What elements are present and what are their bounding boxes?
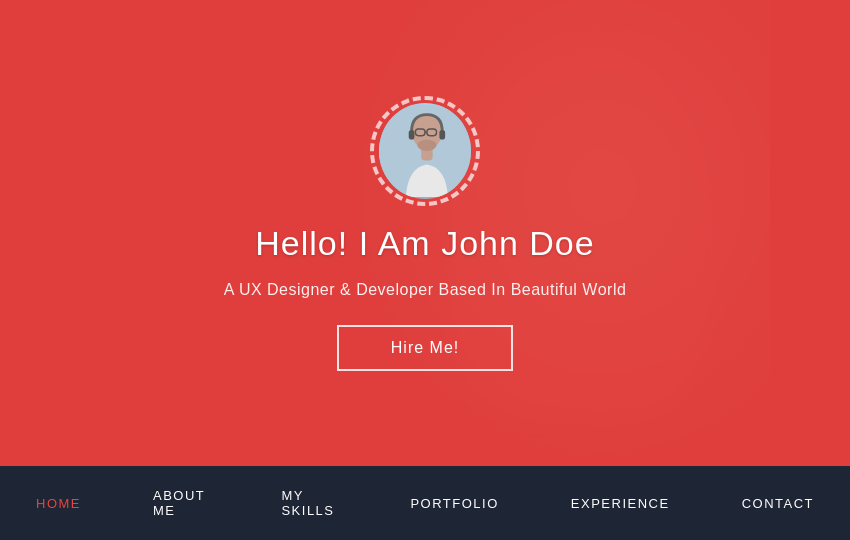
nav-item-experience[interactable]: EXPERIENCE — [535, 466, 706, 540]
avatar — [379, 103, 471, 199]
nav-item-home[interactable]: HOME — [0, 466, 117, 540]
avatar-wrapper — [370, 96, 480, 206]
svg-rect-7 — [409, 129, 415, 139]
hero-section: Hello! I Am John Doe A UX Designer & Dev… — [0, 0, 850, 466]
hire-me-button[interactable]: Hire Me! — [337, 325, 513, 371]
hero-title: Hello! I Am John Doe — [255, 224, 594, 263]
hero-content: Hello! I Am John Doe A UX Designer & Dev… — [224, 96, 627, 371]
nav-item-about[interactable]: ABOUT ME — [117, 466, 245, 540]
nav-item-contact[interactable]: CONTACT — [706, 466, 850, 540]
svg-point-6 — [417, 139, 436, 151]
avatar-image — [379, 103, 471, 199]
svg-rect-8 — [439, 129, 445, 139]
nav-item-skills[interactable]: MY SKILLS — [245, 466, 374, 540]
nav-item-portfolio[interactable]: PORTFOLIO — [374, 466, 534, 540]
nav-bar: HOME ABOUT ME MY SKILLS PORTFOLIO EXPERI… — [0, 466, 850, 540]
hero-subtitle: A UX Designer & Developer Based In Beaut… — [224, 281, 627, 299]
